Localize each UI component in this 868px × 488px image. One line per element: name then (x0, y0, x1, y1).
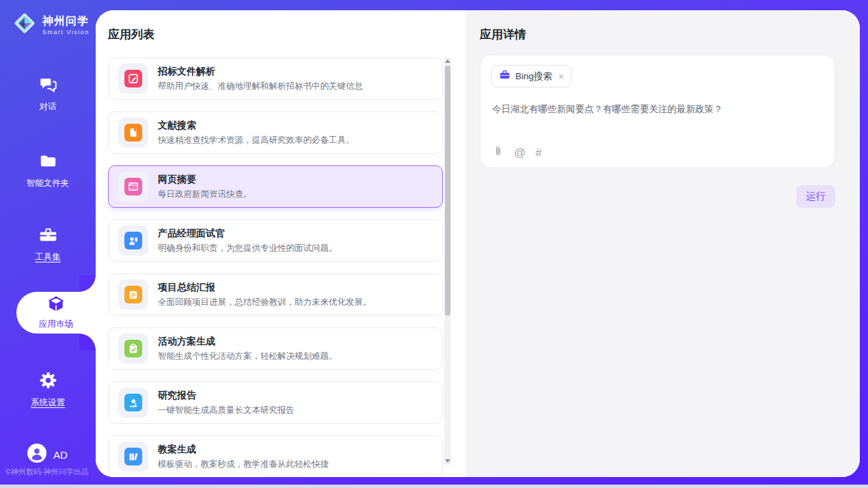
microscope-icon (118, 388, 148, 418)
folder-icon (39, 152, 57, 173)
app-list-item[interactable]: 研究报告 一键智能生成高质量长文本研究报告 (108, 381, 443, 424)
app-list-item[interactable]: 活动方案生成 智能生成个性化活动方案，轻松解决规划难题。 (108, 327, 443, 370)
app-description: 一键智能生成高质量长文本研究报告 (158, 405, 295, 416)
app-description: 帮助用户快速、准确地理解和解析招标书中的关键信息 (158, 81, 363, 92)
brand-logo: 神州问学 Smart Vision (11, 10, 90, 40)
tool-chip-label: Bing搜索 (515, 70, 552, 83)
close-icon[interactable]: × (558, 72, 564, 81)
cube-icon (47, 295, 65, 316)
app-name: 产品经理面试官 (158, 228, 338, 240)
app-background: 应用列表 招标文件解析 帮助用户快速、准确地理解和解析招标书中的关键信息 文献搜… (0, 0, 868, 488)
prompt-text[interactable]: 今日湖北有哪些新闻要点？有哪些需要关注的最新政策？ (492, 103, 824, 116)
sidebar-item-settings[interactable]: 系统设置 (0, 371, 96, 409)
app-name: 网页摘要 (158, 174, 252, 186)
sidebar-item-toolbox[interactable]: 工具集 (0, 226, 96, 263)
app-detail-panel: 应用详情 Bing搜索 × 今日湖北有哪些新闻要点？有哪些需要关注的最新政策？ … (466, 10, 860, 477)
app-detail-title: 应用详情 (480, 27, 526, 42)
report-note-icon (118, 280, 148, 310)
gear-icon (39, 371, 57, 392)
run-button[interactable]: 运行 (796, 185, 835, 208)
app-list-item[interactable]: 产品经理面试官 明确身份和职责，为您提供专业性的面试问题。 (108, 219, 443, 262)
app-name: 教案生成 (158, 444, 329, 456)
app-name: 活动方案生成 (158, 336, 338, 348)
copyright-footer: ©神州数码·神州问学出品 (5, 467, 89, 477)
bubble-corner-top (79, 275, 96, 292)
app-description: 智能生成个性化活动方案，轻松解决规划难题。 (158, 351, 338, 362)
sidebar-item-label: 系统设置 (31, 397, 65, 409)
sidebar-item-label: 对话 (40, 101, 57, 113)
app-list-title: 应用列表 (108, 27, 154, 42)
scrollbar-thumb[interactable] (445, 66, 450, 316)
app-description: 模板驱动，教案秒成，教学准备从此轻松快捷 (158, 459, 329, 470)
bubble-corner-bottom (79, 334, 96, 350)
app-name: 研究报告 (158, 390, 295, 402)
attachment-toolbar: @ # (492, 144, 542, 161)
app-list-item[interactable]: 教案生成 模板驱动，教案秒成，教学准备从此轻松快捷 (108, 435, 443, 477)
diamond-logo-icon (11, 10, 38, 40)
toolbox-icon (39, 226, 57, 247)
books-icon (118, 442, 148, 472)
paperclip-icon[interactable] (492, 144, 504, 161)
at-icon[interactable]: @ (514, 147, 526, 159)
app-name: 项目总结汇报 (158, 282, 372, 294)
sidebar-item-label: 智能文件夹 (27, 178, 70, 189)
app-description: 每日政府新闻资讯快查。 (158, 189, 252, 200)
chat-icon (39, 75, 57, 96)
interviewer-icon (118, 226, 148, 256)
sidebar-item-app-market[interactable]: 应用市场 (16, 292, 96, 334)
prompt-card: Bing搜索 × 今日湖北有哪些新闻要点？有哪些需要关注的最新政策？ @ # (480, 55, 835, 168)
brand-subtitle: Smart Vision (42, 29, 90, 36)
sidebar-item-smart-folder[interactable]: 智能文件夹 (0, 152, 96, 189)
edit-document-icon (118, 64, 148, 94)
tool-chip-bing-search[interactable]: Bing搜索 × (491, 65, 571, 87)
avatar-person-icon (27, 444, 46, 465)
book-icon (118, 118, 148, 148)
app-list-item[interactable]: 项目总结汇报 全面回顾项目进展，总结经验教训，助力未来优化发展。 (108, 273, 443, 316)
sidebar-item-chat[interactable]: 对话 (0, 75, 96, 113)
app-list-item[interactable]: 招标文件解析 帮助用户快速、准确地理解和解析招标书中的关键信息 (108, 57, 443, 100)
user-account[interactable]: AD (27, 444, 68, 465)
main-content: 应用列表 招标文件解析 帮助用户快速、准确地理解和解析招标书中的关键信息 文献搜… (96, 10, 860, 477)
sidebar: 神州问学 Smart Vision 对话 智能文件夹 工具集 (0, 0, 96, 488)
brand-name: 神州问学 (42, 14, 90, 29)
app-list-item[interactable]: </> 网页摘要 每日政府新闻资讯快查。 (108, 165, 443, 208)
scroll-down-arrow[interactable] (445, 459, 450, 463)
app-description: 全面回顾项目进展，总结经验教训，助力未来优化发展。 (158, 297, 372, 308)
app-description: 明确身份和职责，为您提供专业性的面试问题。 (158, 243, 338, 254)
sidebar-item-label: 应用市场 (39, 318, 73, 330)
app-name: 招标文件解析 (158, 66, 363, 78)
scrollbar[interactable] (444, 57, 451, 465)
webpage-code-icon: </> (118, 172, 148, 202)
app-list-item[interactable]: 文献搜索 快速精准查找学术资源，提高研究效率的必备工具。 (108, 111, 443, 154)
app-list: 招标文件解析 帮助用户快速、准确地理解和解析招标书中的关键信息 文献搜索 快速精… (108, 57, 443, 477)
app-name: 文献搜索 (158, 120, 355, 132)
app-description: 快速精准查找学术资源，提高研究效率的必备工具。 (158, 135, 355, 146)
briefcase-icon (499, 69, 511, 83)
scroll-up-arrow[interactable] (445, 59, 450, 63)
app-list-panel: 应用列表 招标文件解析 帮助用户快速、准确地理解和解析招标书中的关键信息 文献搜… (96, 10, 466, 477)
svg-text:</>: </> (131, 187, 137, 190)
sidebar-item-label: 工具集 (35, 252, 61, 263)
hash-icon[interactable]: # (535, 147, 541, 159)
bottom-strip (0, 485, 868, 488)
clipboard-check-icon (118, 334, 148, 364)
user-name: AD (53, 449, 68, 461)
